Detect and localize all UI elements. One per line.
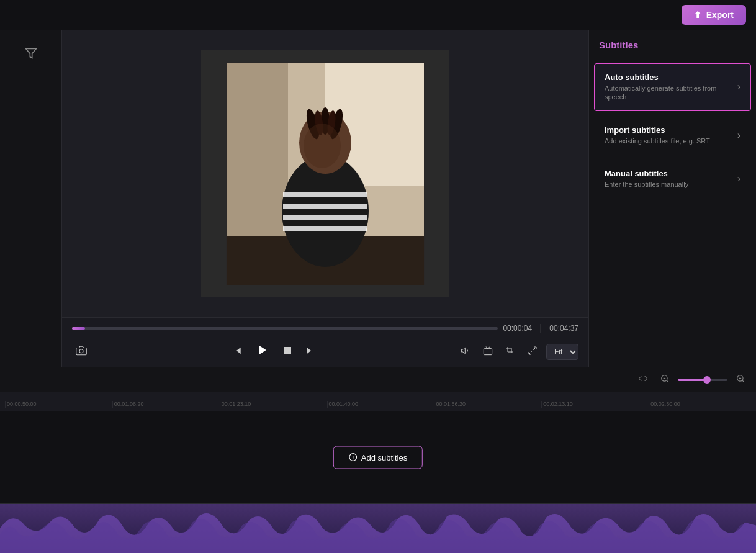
camera-icon <box>76 345 87 356</box>
svg-rect-9 <box>283 226 367 231</box>
ruler-mark-1: 00:01:06:20 <box>112 401 220 408</box>
svg-marker-23 <box>307 347 311 354</box>
import-subtitles-text: Import subtitles Add existing subtitles … <box>605 125 737 145</box>
captions-icon <box>483 346 493 356</box>
ruler-mark-0: 00:00:50:00 <box>5 401 112 408</box>
ruler-mark-4: 00:01:56:20 <box>434 401 541 408</box>
svg-rect-26 <box>484 348 492 354</box>
screenshot-button[interactable] <box>72 343 91 361</box>
auto-subtitles-chevron: › <box>737 81 740 92</box>
auto-subtitles-title: Auto subtitles <box>605 73 737 82</box>
svg-line-28 <box>529 351 532 354</box>
export-label: Export <box>706 10 734 20</box>
import-subtitles-chevron: › <box>737 130 740 141</box>
progress-fill <box>72 327 85 330</box>
timeline-toolbar <box>0 367 756 392</box>
import-subtitles-desc: Add existing subtitles file, e.g. SRT <box>605 137 737 145</box>
export-icon: ⬆ <box>694 10 701 20</box>
svg-rect-22 <box>284 347 291 354</box>
manual-subtitles-title: Manual subtitles <box>605 169 737 178</box>
plus-circle-icon <box>349 453 358 462</box>
stop-button[interactable] <box>279 343 296 361</box>
svg-line-33 <box>742 380 744 382</box>
svg-marker-19 <box>236 347 241 354</box>
fullscreen-icon <box>528 346 538 356</box>
fullscreen-button[interactable] <box>524 343 541 361</box>
current-time: 00:00:04 <box>503 324 532 333</box>
manual-subtitles-text: Manual subtitles Enter the subtitles man… <box>605 169 737 189</box>
manual-subtitles-chevron: › <box>737 173 740 184</box>
svg-line-30 <box>667 380 668 382</box>
right-controls: Fit <box>457 343 578 361</box>
buttons-row: Fit <box>72 341 578 362</box>
center-controls <box>229 341 318 362</box>
svg-marker-25 <box>461 348 465 353</box>
auto-subtitles-desc: Automatically generate subtitles from sp… <box>605 84 737 102</box>
ruler-mark-6: 00:02:30:00 <box>649 401 756 408</box>
captions-button[interactable] <box>479 343 497 361</box>
waveform-area <box>0 503 756 553</box>
right-panel: Subtitles Auto subtitles Automatically g… <box>588 30 756 367</box>
timeline-area: 00:00:50:00 00:01:06:20 00:01:23:10 00:0… <box>0 367 756 553</box>
manual-subtitles-desc: Enter the subtitles manually <box>605 180 737 189</box>
zoom-slider[interactable] <box>678 379 727 381</box>
add-subtitles-button[interactable]: Add subtitles <box>333 446 423 469</box>
svg-line-27 <box>533 347 536 350</box>
video-thumbnail <box>226 62 425 285</box>
left-sidebar <box>0 30 62 367</box>
code-icon <box>638 374 648 384</box>
ruler-marks: 00:00:50:00 00:01:06:20 00:01:23:10 00:0… <box>0 401 756 408</box>
filter-button[interactable] <box>20 42 42 68</box>
time-row: 00:00:04 | 00:04:37 <box>72 323 578 334</box>
export-button[interactable]: ⬆ Export <box>682 5 746 25</box>
zoom-out-icon <box>660 374 669 383</box>
crop-icon <box>505 346 515 356</box>
svg-rect-8 <box>283 215 367 220</box>
ruler-mark-3: 00:01:40:00 <box>327 401 434 408</box>
add-subtitles-container: Add subtitles <box>333 446 423 469</box>
svg-marker-0 <box>25 49 36 58</box>
code-button[interactable] <box>634 371 652 388</box>
svg-point-16 <box>304 124 341 168</box>
zoom-in-button[interactable] <box>732 372 749 387</box>
controls-bar: 00:00:04 | 00:04:37 <box>62 317 588 367</box>
svg-rect-7 <box>283 204 367 209</box>
rewind-button[interactable] <box>229 343 246 361</box>
video-frame <box>201 50 449 297</box>
ruler-mark-5: 00:02:13:10 <box>541 401 649 408</box>
timeline-ruler: 00:00:50:00 00:01:06:20 00:01:23:10 00:0… <box>0 392 756 411</box>
total-time: 00:04:37 <box>549 324 578 333</box>
timeline-tracks: Add subtitles <box>0 411 756 503</box>
fit-select[interactable]: Fit <box>546 344 578 360</box>
forward-icon <box>305 346 315 356</box>
zoom-in-icon <box>736 374 745 383</box>
time-separator: | <box>539 323 542 334</box>
left-controls <box>72 343 91 361</box>
import-subtitles-title: Import subtitles <box>605 125 737 135</box>
import-subtitles-option[interactable]: Import subtitles Add existing subtitles … <box>594 116 751 155</box>
manual-subtitles-option[interactable]: Manual subtitles Enter the subtitles man… <box>594 160 751 198</box>
auto-subtitles-option[interactable]: Auto subtitles Automatically generate su… <box>594 63 751 111</box>
stop-icon <box>282 346 292 356</box>
progress-bar[interactable] <box>72 327 498 330</box>
rewind-icon <box>233 346 243 356</box>
svg-point-18 <box>79 349 83 353</box>
auto-subtitles-text: Auto subtitles Automatically generate su… <box>605 73 737 102</box>
add-subtitles-label: Add subtitles <box>361 452 407 462</box>
svg-marker-21 <box>259 346 266 355</box>
play-icon <box>256 344 269 356</box>
crop-button[interactable] <box>502 343 519 361</box>
volume-button[interactable] <box>457 343 474 361</box>
volume-icon <box>461 346 470 356</box>
main-area: 00:00:04 | 00:04:37 <box>0 30 756 367</box>
waveform-svg <box>0 504 756 553</box>
video-container <box>62 30 588 317</box>
top-bar: ⬆ Export <box>0 0 756 30</box>
ruler-mark-2: 00:01:23:10 <box>220 401 327 408</box>
zoom-out-button[interactable] <box>657 372 673 387</box>
preview-area: 00:00:04 | 00:04:37 <box>62 30 588 367</box>
filter-icon <box>25 47 37 60</box>
forward-button[interactable] <box>301 343 318 361</box>
play-button[interactable] <box>251 341 274 362</box>
panel-title: Subtitles <box>589 40 756 58</box>
